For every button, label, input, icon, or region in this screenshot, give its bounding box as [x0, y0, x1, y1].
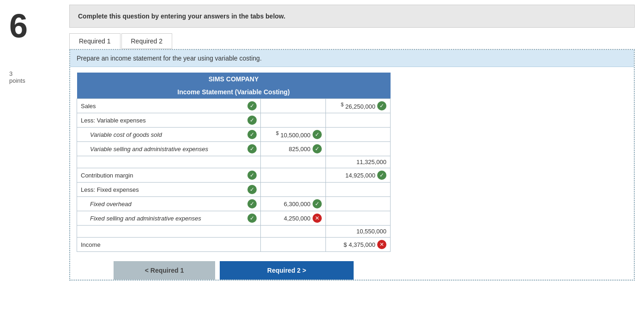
row-col3-subtotal1: 11,325,000	[325, 156, 391, 168]
table-row: Variable selling and administrative expe…	[77, 142, 391, 156]
row-col3-vcogs	[325, 128, 391, 142]
prev-button[interactable]: < Required 1	[114, 261, 215, 280]
table-row: Less: Variable expenses ✓	[77, 113, 391, 128]
row-label-less-fixed: Less: Fixed expenses ✓	[77, 183, 261, 197]
row-col3-foh	[325, 197, 391, 211]
table-row: Sales ✓ $ 26,250,000 ✓	[77, 99, 391, 113]
company-name: SIMS COMPANY	[77, 73, 391, 86]
check-icon: ✓	[247, 199, 257, 208]
row-label-cm: Contribution margin ✓	[77, 168, 261, 183]
row-col3-cm: 14,925,000 ✓	[325, 168, 391, 183]
row-col2-fsga: 4,250,000 ✕	[261, 211, 325, 226]
check-icon: ✓	[247, 185, 257, 194]
row-col3-less-fixed	[325, 183, 391, 197]
tab-panel: Prepare an income statement for the year…	[69, 49, 635, 281]
row-col2-less-variable	[261, 113, 325, 128]
check-icon: ✓	[377, 101, 386, 110]
row-col3-fsga	[325, 211, 391, 226]
check-icon: ✓	[247, 116, 257, 125]
row-col2-vsga: 825,000 ✓	[261, 142, 325, 156]
check-icon: ✓	[313, 199, 322, 208]
tabs-container: Required 1 Required 2	[69, 33, 635, 49]
table-row: Fixed overhead ✓ 6,300,000 ✓	[77, 197, 391, 211]
points-value: 3	[9, 70, 55, 77]
row-label-sales: Sales ✓	[77, 99, 261, 113]
check-icon: ✓	[247, 171, 257, 180]
row-col2-sales	[261, 99, 325, 113]
statement-title: Income Statement (Variable Costing)	[77, 86, 391, 99]
instruction-box: Complete this question by entering your …	[69, 5, 635, 28]
tab-required-1[interactable]: Required 1	[69, 33, 120, 49]
table-row: Less: Fixed expenses ✓	[77, 183, 391, 197]
check-icon: ✓	[247, 101, 257, 110]
table-row: Variable cost of goods sold ✓ $ 10,500,0…	[77, 128, 391, 142]
table-row: 10,550,000	[77, 226, 391, 238]
row-label-income: Income	[77, 238, 261, 252]
next-button[interactable]: Required 2 >	[220, 261, 354, 280]
row-label-subtotal1	[77, 156, 261, 168]
row-col2-cm	[261, 168, 325, 183]
check-icon: ✓	[377, 171, 386, 180]
row-label-vsga: Variable selling and administrative expe…	[77, 142, 261, 156]
table-row: Contribution margin ✓ 14,925,000 ✓	[77, 168, 391, 183]
table-row: Income $ 4,375,000 ✕	[77, 238, 391, 252]
row-col2-subtotal2	[261, 226, 325, 238]
row-col3-less-variable	[325, 113, 391, 128]
row-col2-vcogs: $ 10,500,000 ✓	[261, 128, 325, 142]
tab-description: Prepare an income statement for the year…	[70, 50, 634, 67]
instruction-text: Complete this question by entering your …	[78, 12, 285, 20]
check-icon: ✓	[313, 130, 322, 139]
row-col3-subtotal2: 10,550,000	[325, 226, 391, 238]
row-label-fsga: Fixed selling and administrative expense…	[77, 211, 261, 226]
check-icon: ✓	[247, 130, 257, 139]
row-label-foh: Fixed overhead ✓	[77, 197, 261, 211]
tab-required-2[interactable]: Required 2	[121, 33, 173, 49]
x-icon: ✕	[377, 240, 386, 249]
check-icon: ✓	[247, 144, 257, 153]
row-label-less-variable: Less: Variable expenses ✓	[77, 113, 261, 128]
row-label-vcogs: Variable cost of goods sold ✓	[77, 128, 261, 142]
nav-buttons: < Required 1 Required 2 >	[77, 261, 391, 280]
row-col2-less-fixed	[261, 183, 325, 197]
points-label: points	[9, 77, 55, 84]
check-icon: ✓	[313, 144, 322, 153]
row-col2-foh: 6,300,000 ✓	[261, 197, 325, 211]
row-col3-vsga	[325, 142, 391, 156]
row-label-subtotal2	[77, 226, 261, 238]
table-row: 11,325,000	[77, 156, 391, 168]
x-icon: ✕	[313, 214, 322, 223]
question-number: 6	[9, 9, 55, 43]
table-row: Fixed selling and administrative expense…	[77, 211, 391, 226]
check-icon: ✓	[247, 214, 257, 223]
row-col2-income	[261, 238, 325, 252]
row-col3-income: $ 4,375,000 ✕	[325, 238, 391, 252]
income-table: SIMS COMPANY Income Statement (Variable …	[77, 73, 391, 252]
row-col3-sales: $ 26,250,000 ✓	[325, 99, 391, 113]
row-col2-subtotal1	[261, 156, 325, 168]
